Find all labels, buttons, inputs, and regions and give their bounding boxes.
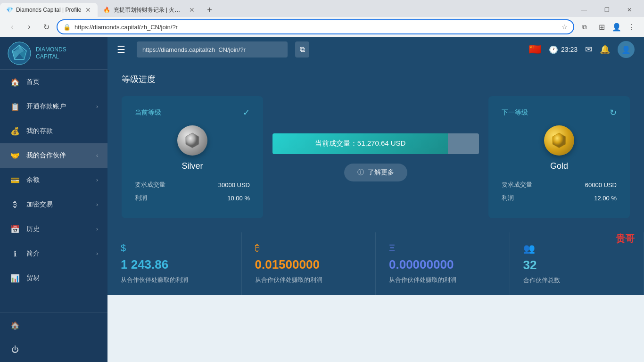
minimize-button[interactable]: — xyxy=(573,3,595,17)
intro-icon: ℹ xyxy=(9,248,21,259)
browser-chrome: 💎 Diamonds Capital | Profile ✕ 🔥 充提币划转财务… xyxy=(0,0,644,37)
tab-2-close[interactable]: ✕ xyxy=(188,6,196,14)
address-bar[interactable]: 🔒 ☆ xyxy=(57,19,574,34)
balance-chevron: › xyxy=(96,177,98,183)
tab-1-title: Diamonds Capital | Profile xyxy=(16,7,82,13)
current-profit-row: 利润 10.00 % xyxy=(135,194,250,202)
usd-amount: 1 243.86 xyxy=(121,257,228,272)
messages-button[interactable]: ✉ xyxy=(585,44,592,55)
close-button[interactable]: ✕ xyxy=(619,3,640,17)
sidebar-label-balance: 余额 xyxy=(26,176,40,184)
sidebar-label-history: 历史 xyxy=(26,225,40,233)
tab-2[interactable]: 🔥 充提币划转财务记录 | 火币全球... ✕ xyxy=(98,3,201,17)
extensions-icon[interactable]: ⊞ xyxy=(595,20,608,33)
sidebar-item-intro[interactable]: ℹ 简介 › xyxy=(0,241,107,266)
copy-url-button[interactable]: ⧉ xyxy=(295,41,309,58)
intro-chevron: › xyxy=(96,250,98,257)
balance-icon: 💳 xyxy=(9,174,21,186)
address-input[interactable] xyxy=(74,24,558,31)
sidebar-item-mydeposit[interactable]: 💰 我的存款 xyxy=(0,119,107,143)
partners-chevron: ‹ xyxy=(96,152,98,159)
topbar: ☰ https://diamonds.capital/zh_CN/join/?r… xyxy=(107,37,644,62)
progress-bar-remaining xyxy=(448,133,479,154)
stat-card-usd: $ 1 243.86 从合作伙伴处赚取的利润 xyxy=(107,232,242,295)
mydeposit-icon: 💰 xyxy=(9,125,21,137)
language-flag[interactable]: 🇨🇳 xyxy=(528,43,541,56)
crypto-chevron: › xyxy=(96,201,98,208)
next-req-label: 要求成交量 xyxy=(502,181,532,189)
page-content: 等级进度 当前等级 ✓ xyxy=(107,62,644,295)
silver-badge xyxy=(177,125,207,156)
current-req-label: 要求成交量 xyxy=(135,181,165,189)
top-url-display: https://diamonds.capital/zh_CN/join/?r xyxy=(137,41,288,58)
tab-1-close[interactable]: ✕ xyxy=(84,6,92,14)
next-profit-value: 12.00 % xyxy=(594,195,617,202)
maximize-button[interactable]: ❐ xyxy=(596,3,618,17)
new-tab-button[interactable]: + xyxy=(203,3,216,16)
logo-line2: CAPITAL xyxy=(36,53,66,60)
tab-1[interactable]: 💎 Diamonds Capital | Profile ✕ xyxy=(0,3,98,17)
app-container: DIAMONDS CAPITAL 🏠 首页 📋 开通存款账户 › 💰 我的存款 … xyxy=(0,37,644,362)
stat-card-eth: Ξ 0.00000000 从合作伙伴处赚取的利润 xyxy=(376,232,510,295)
level-progress-title: 等级进度 xyxy=(122,74,630,85)
back-button[interactable]: ‹ xyxy=(6,20,19,33)
silver-badge-area xyxy=(135,125,250,156)
forward-button[interactable]: › xyxy=(23,20,36,33)
hamburger-button[interactable]: ☰ xyxy=(117,44,125,55)
power-icon: ⏻ xyxy=(9,344,21,355)
copy-url-button[interactable]: ⧉ xyxy=(578,20,591,33)
logo-area: DIAMONDS CAPITAL xyxy=(0,37,107,70)
profile-icon[interactable]: 👤 xyxy=(610,20,623,33)
sidebar-item-home[interactable]: 🏠 首页 xyxy=(0,70,107,94)
sidebar-label-crypto: 加密交易 xyxy=(26,200,53,209)
sidebar-bottom-nav: 🏠 ⏻ xyxy=(0,313,107,362)
current-profit-label: 利润 xyxy=(135,194,147,202)
bottom-logout-button[interactable]: ⏻ xyxy=(0,337,107,362)
next-level-header: 下一等级 ↻ xyxy=(502,107,617,118)
trade-icon: 📊 xyxy=(9,272,21,284)
progress-bar-fill: 当前成交量：51,270.64 USD xyxy=(272,133,448,154)
tab-bar: 💎 Diamonds Capital | Profile ✕ 🔥 充提币划转财务… xyxy=(0,0,644,17)
current-level-header: 当前等级 ✓ xyxy=(135,107,250,118)
reload-button[interactable]: ↻ xyxy=(40,20,53,33)
btc-label: 从合作伙伴处赚取的利润 xyxy=(255,276,363,284)
sidebar-item-trade[interactable]: 📊 贸易 xyxy=(0,266,107,290)
notifications-button[interactable]: 🔔 xyxy=(600,44,610,55)
learn-more-button[interactable]: ⓘ 了解更多 xyxy=(344,164,407,181)
stat-card-btc: ₿ 0.01500000 从合作伙伴处赚取的利润 xyxy=(242,232,376,295)
usd-label: 从合作伙伴处赚取的利润 xyxy=(121,276,228,284)
user-avatar-button[interactable]: 👤 xyxy=(618,41,635,58)
usd-icon: $ xyxy=(121,243,228,254)
home-icon: 🏠 xyxy=(9,76,21,88)
level-cards: 当前等级 ✓ xyxy=(122,96,630,218)
sidebar-label-trade: 贸易 xyxy=(26,274,40,282)
sidebar-item-partners[interactable]: 🤝 我的合作伙伴 ‹ xyxy=(0,143,107,168)
lock-icon: 🔒 xyxy=(63,24,71,31)
star-icon[interactable]: ☆ xyxy=(561,23,568,31)
sidebar: DIAMONDS CAPITAL 🏠 首页 📋 开通存款账户 › 💰 我的存款 … xyxy=(0,37,107,362)
btc-icon: ₿ xyxy=(255,243,363,254)
current-req-value: 30000 USD xyxy=(218,181,250,189)
bottom-home-button[interactable]: 🏠 xyxy=(0,313,107,337)
sidebar-item-history[interactable]: 📅 历史 › xyxy=(0,217,107,241)
level-progress-section: 等级进度 当前等级 ✓ xyxy=(107,62,644,232)
eth-label: 从合作伙伴处赚取的利润 xyxy=(389,276,496,284)
current-req-row: 要求成交量 30000 USD xyxy=(135,181,250,189)
refresh-icon: ↻ xyxy=(610,107,617,118)
progress-bar-wrapper: 当前成交量：51,270.64 USD xyxy=(272,133,479,154)
menu-icon[interactable]: ⋮ xyxy=(625,20,638,33)
sidebar-label-intro: 简介 xyxy=(26,249,40,258)
logo-line1: DIAMONDS xyxy=(36,46,66,53)
sidebar-item-balance[interactable]: 💳 余额 › xyxy=(0,168,107,192)
svg-marker-8 xyxy=(553,133,566,148)
sidebar-item-crypto[interactable]: ₿ 加密交易 › xyxy=(0,192,107,217)
people-label: 合作伙伴总数 xyxy=(523,276,631,285)
main-content: ☰ https://diamonds.capital/zh_CN/join/?r… xyxy=(107,37,644,362)
next-profit-label: 利润 xyxy=(502,194,514,202)
people-icon: 👥 xyxy=(523,243,631,254)
eth-amount: 0.00000000 xyxy=(389,257,496,272)
silver-level-name: Silver xyxy=(135,161,250,171)
sidebar-item-deposit[interactable]: 📋 开通存款账户 › xyxy=(0,94,107,119)
time-display: 🕐 23:23 xyxy=(549,45,578,54)
sidebar-label-home: 首页 xyxy=(26,78,40,86)
